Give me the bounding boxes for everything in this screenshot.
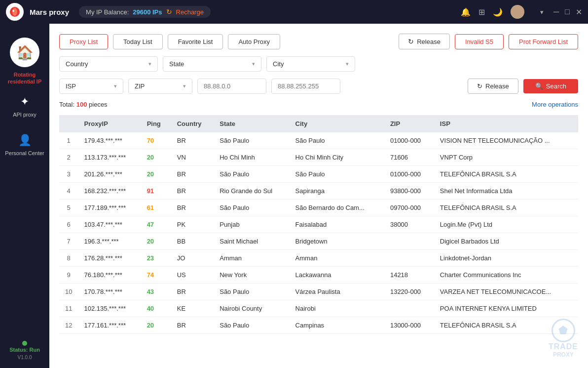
sidebar-item-api-proxy[interactable]: ✦ API proxy bbox=[0, 87, 49, 126]
state-select-label: State bbox=[169, 60, 184, 68]
more-operations-link[interactable]: More operations bbox=[532, 101, 578, 108]
cell-ip: 102.135.***.*** bbox=[78, 300, 141, 317]
title-bar: Mars proxy My IP Balance: 29600 IPs ↻ Re… bbox=[0, 0, 588, 24]
svg-point-1 bbox=[12, 8, 17, 16]
cell-city: Faisalabad bbox=[290, 216, 384, 233]
cell-state: Nairobi County bbox=[214, 300, 289, 317]
cell-num: 7 bbox=[59, 233, 78, 250]
cell-country: BR bbox=[171, 284, 214, 300]
sidebar-active-item[interactable]: 🏠 Rotating residential IP bbox=[0, 24, 49, 87]
table-row: 2 113.173.***.*** 20 VN Ho Chi Minh Ho C… bbox=[59, 149, 578, 166]
cell-state: São Paulo bbox=[214, 284, 289, 300]
col-isp: ISP bbox=[434, 115, 578, 132]
cell-ip: 76.180.***.*** bbox=[78, 267, 141, 284]
proxy-list-button[interactable]: Proxy List bbox=[59, 34, 108, 49]
table-row: 5 177.189.***.*** 61 BR São Paulo São Be… bbox=[59, 200, 578, 216]
app-name: Mars proxy bbox=[30, 8, 69, 16]
table-row: 7 196.3.***.*** 20 BB Saint Michael Brid… bbox=[59, 233, 578, 250]
cell-isp: Shel Net Informatica Ltda bbox=[434, 183, 578, 200]
auto-proxy-button[interactable]: Auto Proxy bbox=[228, 34, 280, 49]
moon-icon[interactable]: 🌙 bbox=[493, 7, 503, 17]
cell-city: São Paulo bbox=[290, 132, 384, 149]
maximize-button[interactable]: □ bbox=[565, 7, 570, 16]
ip-to-input[interactable] bbox=[271, 79, 340, 94]
favorite-list-button[interactable]: Favorite List bbox=[168, 34, 223, 49]
cell-isp: POA INTERNET KENYA LIMITED bbox=[434, 300, 578, 317]
search-button[interactable]: 🔍 Search bbox=[523, 79, 578, 93]
port-forward-button[interactable]: Prot Forward List bbox=[509, 34, 578, 49]
state-chevron-icon: ▾ bbox=[252, 61, 255, 67]
cell-ip: 201.26.***.*** bbox=[78, 166, 141, 183]
filter-release-button[interactable]: ↻ Release bbox=[468, 79, 518, 94]
cell-num: 5 bbox=[59, 200, 78, 216]
cell-ping: 20 bbox=[141, 166, 171, 183]
zip-select-label: ZIP bbox=[135, 82, 145, 90]
total-label: Total: bbox=[59, 101, 74, 108]
table-row: 1 179.43.***.*** 70 BR São Paulo São Pau… bbox=[59, 132, 578, 149]
zip-select[interactable]: ZIP ▾ bbox=[128, 79, 192, 94]
cell-state: São Paulo bbox=[214, 132, 289, 149]
qr-icon[interactable]: ⊞ bbox=[478, 7, 485, 17]
content-area: Proxy List Today List Favorite List Auto… bbox=[49, 24, 588, 368]
cell-num: 6 bbox=[59, 216, 78, 233]
cell-state: Ho Chi Minh bbox=[214, 149, 289, 166]
balance-value: 29600 IPs bbox=[133, 8, 162, 16]
toolbar: Proxy List Today List Favorite List Auto… bbox=[59, 34, 578, 49]
avatar[interactable] bbox=[511, 5, 524, 19]
invalid-s5-button[interactable]: Invalid S5 bbox=[455, 34, 504, 49]
ip-from-input[interactable] bbox=[197, 79, 266, 94]
cell-num: 10 bbox=[59, 284, 78, 300]
cell-country: PK bbox=[171, 216, 214, 233]
summary-row: Total: 100 pieces More operations bbox=[59, 101, 578, 108]
cell-zip: 93800-000 bbox=[384, 183, 434, 200]
col-ping: Ping bbox=[141, 115, 171, 132]
cell-ip: 103.47.***.*** bbox=[78, 216, 141, 233]
personal-center-icon: 👤 bbox=[18, 134, 32, 147]
minimize-button[interactable]: ─ bbox=[553, 7, 559, 16]
cell-ping: 40 bbox=[141, 300, 171, 317]
table-row: 9 76.180.***.*** 74 US New York Lackawan… bbox=[59, 267, 578, 284]
city-select[interactable]: City ▾ bbox=[266, 56, 355, 72]
cell-zip: 14218 bbox=[384, 267, 434, 284]
sidebar-active-label: Rotating residential IP bbox=[0, 71, 49, 85]
status-dot bbox=[22, 341, 27, 346]
isp-chevron-icon: ▾ bbox=[114, 83, 117, 89]
table-row: 4 168.232.***.*** 91 BR Rio Grande do Su… bbox=[59, 183, 578, 200]
table-row: 10 170.78.***.*** 43 BR São Paulo Várzea… bbox=[59, 284, 578, 300]
cell-ip: 113.173.***.*** bbox=[78, 149, 141, 166]
cell-country: BR bbox=[171, 166, 214, 183]
cell-zip bbox=[384, 300, 434, 317]
cell-zip: 01000-000 bbox=[384, 166, 434, 183]
cell-city: Nairobi bbox=[290, 300, 384, 317]
cell-state: São Paulo bbox=[214, 166, 289, 183]
table-row: 6 103.47.***.*** 47 PK Punjab Faisalabad… bbox=[59, 216, 578, 233]
country-select[interactable]: Country ▾ bbox=[59, 56, 158, 72]
notification-icon[interactable]: 🔔 bbox=[461, 7, 471, 17]
cell-ip: 176.28.***.*** bbox=[78, 250, 141, 267]
cell-zip: 01000-000 bbox=[384, 132, 434, 149]
release-button[interactable]: ↻ Release bbox=[399, 34, 450, 49]
table-row: 8 176.28.***.*** 23 JO Amman Amman Linkd… bbox=[59, 250, 578, 267]
proxy-table: ProxyIP Ping Country State City ZIP ISP … bbox=[59, 115, 578, 334]
isp-select[interactable]: ISP ▾ bbox=[59, 79, 123, 94]
cell-num: 11 bbox=[59, 300, 78, 317]
today-list-button[interactable]: Today List bbox=[113, 34, 163, 49]
recharge-link[interactable]: Recharge bbox=[176, 8, 204, 16]
cell-country: BB bbox=[171, 233, 214, 250]
state-select[interactable]: State ▾ bbox=[163, 56, 261, 72]
home-icon: 🏠 bbox=[16, 44, 34, 61]
sidebar-item-personal-center[interactable]: 👤 Personal Center bbox=[0, 126, 49, 164]
cell-isp: Digicel Barbados Ltd bbox=[434, 233, 578, 250]
close-button[interactable]: ✕ bbox=[576, 7, 582, 17]
filter-release-label: Release bbox=[485, 82, 509, 90]
cell-country: BR bbox=[171, 132, 214, 149]
chevron-down-icon[interactable]: ▾ bbox=[540, 8, 544, 16]
ip-balance-container: My IP Balance: 29600 IPs ↻ Recharge bbox=[79, 6, 211, 18]
cell-zip: 09700-000 bbox=[384, 200, 434, 216]
app-logo bbox=[6, 3, 24, 21]
balance-label: My IP Balance: bbox=[86, 8, 129, 16]
sidebar-status-area: Status: Run V1.0.0 bbox=[9, 341, 40, 360]
cell-isp: VARZEA NET TELECOMUNICACOE... bbox=[434, 284, 578, 300]
cell-ping: 70 bbox=[141, 132, 171, 149]
cell-country: US bbox=[171, 267, 214, 284]
